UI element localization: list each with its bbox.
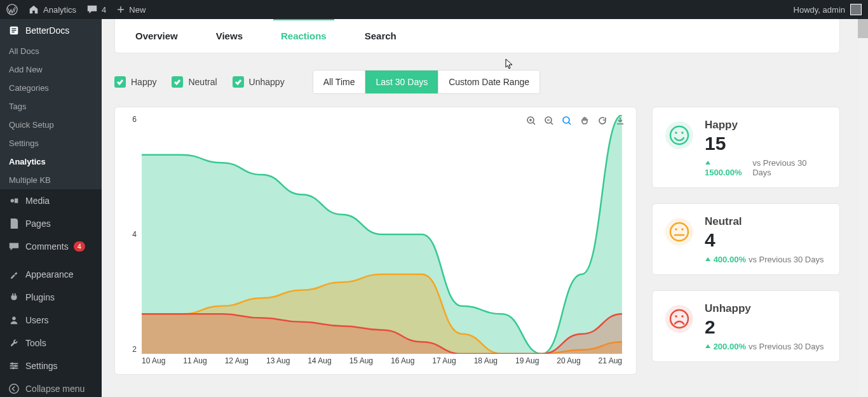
- new-label: New: [129, 5, 146, 15]
- sidebar-sub-label: Settings: [9, 138, 39, 148]
- svg-point-12: [15, 365, 17, 367]
- x-tick: 19 Aug: [515, 356, 539, 369]
- stat-pct: 400.00%: [705, 255, 746, 264]
- sidebar-sub-add-new[interactable]: Add New: [0, 60, 102, 79]
- stat-body: Neutral 4 400.00% vs Previous 30 Days: [705, 215, 827, 264]
- x-tick: 11 Aug: [183, 356, 207, 369]
- x-tick: 21 Aug: [599, 356, 622, 369]
- plus-icon: [116, 5, 125, 14]
- comments-icon: [8, 240, 20, 253]
- range-label: Last 30 Days: [376, 77, 428, 87]
- stat-sub: 200.00% vs Previous 30 Days: [705, 342, 827, 351]
- sidebar-sub-analytics[interactable]: Analytics: [0, 152, 102, 171]
- checkbox-happy[interactable]: Happy: [114, 76, 156, 88]
- svg-rect-3: [11, 30, 16, 30]
- date-range-group: All Time Last 30 Days Custom Date Range: [313, 70, 540, 94]
- site-name-label: Analytics: [43, 5, 76, 15]
- new-content[interactable]: New: [116, 5, 146, 15]
- checkbox-unhappy[interactable]: Unhappy: [233, 76, 285, 88]
- sidebar-sub-tags[interactable]: Tags: [0, 97, 102, 116]
- x-tick: 14 Aug: [308, 356, 331, 369]
- sidebar-sub-label: Tags: [9, 102, 26, 111]
- sidebar-item-tools[interactable]: Tools: [0, 332, 102, 354]
- sidebar-label: Media: [25, 196, 50, 206]
- y-tick: 6: [128, 115, 137, 124]
- stat-pct: 1500.00%: [705, 158, 750, 177]
- tab-reactions[interactable]: Reactions: [281, 19, 327, 53]
- range-custom[interactable]: Custom Date Range: [438, 71, 539, 93]
- svg-point-18: [670, 126, 688, 144]
- scrollbar[interactable]: [858, 19, 868, 397]
- unhappy-icon: [665, 305, 693, 333]
- sidebar-label: Users: [25, 315, 49, 325]
- betterdocs-icon: [8, 24, 20, 37]
- site-name[interactable]: Analytics: [28, 4, 76, 15]
- tab-search[interactable]: Search: [365, 19, 397, 53]
- chart-area[interactable]: 642 10 Aug11 Aug12 Aug13 Aug14 Aug15 Aug…: [138, 115, 626, 369]
- svg-point-25: [675, 315, 677, 318]
- svg-rect-2: [11, 28, 16, 29]
- sidebar-sub-label: All Docs: [9, 46, 39, 56]
- comments-bubble[interactable]: 4: [86, 4, 106, 15]
- admin-bar-right[interactable]: Howdy, admin: [794, 4, 862, 15]
- x-tick: 17 Aug: [432, 356, 456, 369]
- sidebar-collapse[interactable]: Collapse menu: [0, 377, 102, 397]
- svg-point-5: [11, 199, 14, 202]
- tab-overview[interactable]: Overview: [135, 19, 178, 53]
- filter-row: Happy Neutral Unhappy All Time Last 30 D…: [114, 70, 840, 94]
- settings-icon: [8, 360, 20, 372]
- comments-count: 4: [102, 5, 106, 15]
- svg-point-23: [681, 228, 684, 231]
- sidebar-item-settings[interactable]: Settings: [0, 354, 102, 377]
- svg-point-20: [681, 131, 684, 134]
- sidebar-sub-label: Analytics: [9, 157, 46, 166]
- x-tick: 15 Aug: [349, 356, 373, 369]
- svg-point-26: [681, 315, 684, 318]
- neutral-icon: [665, 218, 693, 246]
- check-icon: [172, 76, 183, 88]
- sidebar-sub-multiple-kb[interactable]: Multiple KB: [0, 171, 102, 189]
- tab-label: Overview: [135, 30, 178, 41]
- sidebar-label: Plugins: [25, 292, 55, 302]
- sidebar-label: Tools: [25, 338, 46, 348]
- sidebar-sub-settings[interactable]: Settings: [0, 134, 102, 152]
- sidebar-item-plugins[interactable]: Plugins: [0, 286, 102, 309]
- stat-title: Unhappy: [705, 302, 827, 315]
- sidebar-sub-all-docs[interactable]: All Docs: [0, 42, 102, 60]
- stat-body: Unhappy 2 200.00% vs Previous 30 Days: [705, 302, 827, 351]
- sidebar-item-appearance[interactable]: Appearance: [0, 263, 102, 286]
- howdy-label: Howdy, admin: [794, 5, 845, 15]
- range-label: All Time: [323, 77, 355, 87]
- chart-svg: [138, 115, 626, 354]
- analytics-tabs: Overview Views Reactions Search: [114, 19, 840, 53]
- sidebar-separator: [0, 258, 102, 263]
- range-all-time[interactable]: All Time: [313, 71, 366, 93]
- checkbox-label: Neutral: [188, 77, 217, 87]
- checkbox-neutral[interactable]: Neutral: [172, 76, 217, 88]
- happy-icon: [665, 121, 693, 149]
- sidebar-label: Comments: [25, 241, 69, 252]
- range-label: Custom Date Range: [449, 77, 529, 87]
- wp-logo[interactable]: [6, 4, 18, 15]
- svg-point-21: [670, 223, 688, 241]
- sidebar-item-media[interactable]: Media: [0, 189, 102, 212]
- avatar: [850, 4, 862, 15]
- stat-column: Happy 15 1500.00% vs Previous 30 Days Ne…: [652, 107, 840, 362]
- sidebar-item-pages[interactable]: Pages: [0, 212, 102, 235]
- stat-title: Neutral: [705, 215, 827, 228]
- sidebar-item-betterdocs[interactable]: BetterDocs: [0, 19, 102, 42]
- stat-pct: 200.00%: [705, 342, 746, 351]
- tools-icon: [8, 337, 20, 349]
- scrollbar-thumb[interactable]: [858, 19, 868, 38]
- tab-views[interactable]: Views: [216, 19, 243, 53]
- range-last-30[interactable]: Last 30 Days: [365, 71, 438, 93]
- x-tick: 13 Aug: [266, 356, 290, 369]
- sidebar-sub-quick-setup[interactable]: Quick Setup: [0, 116, 102, 134]
- sidebar-sub-categories[interactable]: Categories: [0, 79, 102, 97]
- sidebar-item-users[interactable]: Users: [0, 309, 102, 332]
- sidebar-item-comments[interactable]: Comments 4: [0, 235, 102, 258]
- svg-point-7: [12, 317, 15, 320]
- check-icon: [233, 76, 244, 88]
- svg-rect-4: [11, 32, 15, 32]
- stat-sub: 400.00% vs Previous 30 Days: [705, 255, 827, 264]
